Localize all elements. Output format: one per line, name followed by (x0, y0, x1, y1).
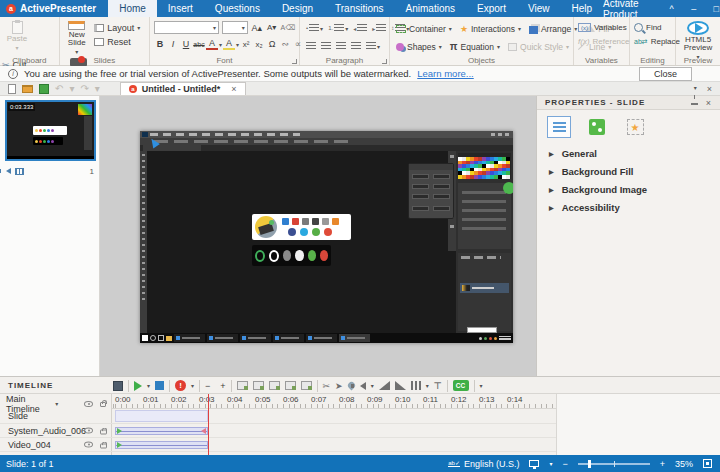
minimize-button[interactable]: – (690, 4, 698, 14)
columns-button[interactable]: ▾ (365, 40, 381, 52)
tab-animations[interactable]: Animations (395, 0, 466, 17)
pin-panel-icon[interactable] (691, 98, 698, 105)
zoom-out-icon[interactable]: − (205, 381, 210, 391)
tab-media[interactable] (585, 116, 609, 138)
highlight-button[interactable]: A (223, 39, 235, 50)
properties-close-icon[interactable]: × (706, 98, 712, 108)
tab-export[interactable]: Export (466, 0, 517, 17)
track-visibility-icon[interactable] (84, 441, 93, 447)
font-size-combobox[interactable]: ▾ (222, 21, 248, 34)
align-right-button[interactable] (335, 40, 347, 52)
tab-list-dropdown-icon[interactable]: ▾ (694, 84, 697, 94)
subscript-button[interactable]: x₂ (253, 38, 265, 50)
zoom-in-icon[interactable]: + (220, 381, 225, 391)
align-left-button[interactable] (305, 40, 317, 52)
audio-fade-in-icon[interactable] (379, 381, 390, 390)
grow-font-button[interactable]: A▴ (251, 22, 263, 34)
notification-close-button[interactable]: Close (639, 67, 692, 81)
track-visibility-icon[interactable] (84, 427, 93, 433)
tab-design[interactable]: Design (271, 0, 324, 17)
fade-in-handle[interactable] (117, 442, 122, 448)
arrange-button[interactable]: Arrange▾ (529, 22, 577, 35)
variables-button[interactable]: (x)Variables (578, 22, 629, 33)
find-button[interactable]: Find (634, 22, 680, 33)
play-options-icon[interactable]: ▾ (147, 382, 150, 389)
record-options-icon[interactable]: ▾ (191, 382, 194, 389)
section-background-image[interactable]: ▶Background Image (537, 180, 720, 198)
document-close-icon[interactable]: × (231, 84, 236, 94)
open-document-icon[interactable] (22, 85, 33, 93)
cursor-effects-icon[interactable]: ➤ (335, 381, 343, 391)
slide-thumbnail[interactable]: 0:03.333 (5, 100, 96, 161)
tab-help[interactable]: Help (560, 0, 603, 17)
section-accessibility[interactable]: ▶Accessibility (537, 198, 720, 216)
track-lock-icon[interactable] (100, 429, 107, 434)
bullet-list-button[interactable]: •▾ (305, 22, 324, 34)
save-icon[interactable] (39, 84, 49, 94)
pane-toggle-icon[interactable] (113, 381, 123, 391)
learn-more-link[interactable]: Learn more... (417, 68, 474, 79)
layout-button[interactable]: Layout▾ (94, 22, 140, 33)
tab-interactivity[interactable]: ★ (623, 116, 647, 138)
zoom-slider-thumb[interactable] (588, 460, 591, 468)
underline-button[interactable]: U (180, 38, 192, 50)
freeze-icon[interactable]: ⊤ (434, 381, 442, 391)
clear-formatting-button[interactable]: A⌫ (281, 22, 295, 34)
justify-button[interactable] (350, 40, 362, 52)
paste-button[interactable]: Paste ▾ (2, 19, 32, 56)
zoom-in-button[interactable]: + (660, 459, 665, 469)
align-center-button[interactable] (320, 40, 332, 52)
font-color-dropdown-icon[interactable]: ▾ (219, 41, 222, 48)
maximize-button[interactable]: □ (712, 4, 720, 14)
insert-time-icon[interactable] (237, 381, 248, 390)
decrease-indent-button[interactable]: ◂ (352, 22, 368, 34)
redo-icon[interactable]: ↷ (80, 83, 88, 94)
symbol-button[interactable]: Ω (266, 38, 278, 50)
split-icon[interactable]: ✂ (323, 381, 331, 391)
tab-questions[interactable]: Questions (204, 0, 271, 17)
collapse-ribbon-icon[interactable]: ^ (667, 4, 675, 14)
audio-volume-icon[interactable] (360, 382, 366, 390)
html5-preview-button[interactable]: HTML5 Preview ▾ (678, 19, 718, 56)
fade-out-handle[interactable] (201, 428, 206, 434)
crop-range-icon[interactable] (269, 381, 280, 390)
equation-button[interactable]: πEquation▾ (450, 40, 500, 53)
closed-caption-icon[interactable]: CC (453, 380, 469, 391)
cut-range-icon[interactable] (285, 381, 296, 390)
fit-to-window-icon[interactable] (703, 459, 712, 468)
play-icon[interactable] (134, 381, 142, 391)
reset-button[interactable]: Reset (94, 36, 140, 47)
strikethrough-button[interactable]: abc (193, 38, 205, 50)
tab-insert[interactable]: Insert (157, 0, 204, 17)
more-options-icon[interactable]: ▾ (480, 382, 483, 389)
app-menu-tab[interactable]: a ActivePresenter (0, 0, 108, 17)
canvas[interactable] (101, 96, 536, 376)
bold-button[interactable]: B (154, 38, 166, 50)
audio-levels-icon[interactable] (411, 381, 421, 390)
section-background-fill[interactable]: ▶Background Fill (537, 162, 720, 180)
slide-track-bar[interactable] (115, 410, 208, 422)
track-lock-icon[interactable] (100, 443, 107, 448)
zoom-slider[interactable] (578, 463, 650, 465)
document-tab[interactable]: a Untitled - Untitled* × (120, 82, 246, 95)
tab-transitions[interactable]: Transitions (324, 0, 395, 17)
shrink-font-button[interactable]: A▾ (266, 22, 278, 34)
superscript-button[interactable]: x² (240, 38, 252, 50)
view-mode-icon[interactable] (529, 460, 539, 467)
paragraph-dialog-launcher[interactable] (382, 59, 387, 64)
slide-content[interactable] (140, 131, 513, 343)
font-name-combobox[interactable]: ▾ (154, 21, 219, 34)
new-slide-button[interactable]: New Slide ▾ (62, 19, 92, 56)
language-selector[interactable]: ab✓ English (U.S.) (448, 459, 519, 469)
timeline-visibility-icon[interactable] (84, 401, 92, 407)
stop-icon[interactable] (155, 381, 164, 390)
reference-button[interactable]: f(x)Reference (578, 36, 629, 47)
audio-fade-out-icon[interactable] (395, 381, 406, 390)
record-narration-icon[interactable]: ! (175, 380, 186, 391)
timeline-lock-icon[interactable] (100, 402, 106, 407)
copy-range-icon[interactable] (301, 381, 312, 390)
tab-home[interactable]: Home (108, 0, 157, 17)
font-dialog-launcher[interactable] (292, 59, 297, 64)
container-button[interactable]: Container▾ (396, 22, 452, 35)
undo-icon[interactable]: ↶ (55, 83, 63, 94)
